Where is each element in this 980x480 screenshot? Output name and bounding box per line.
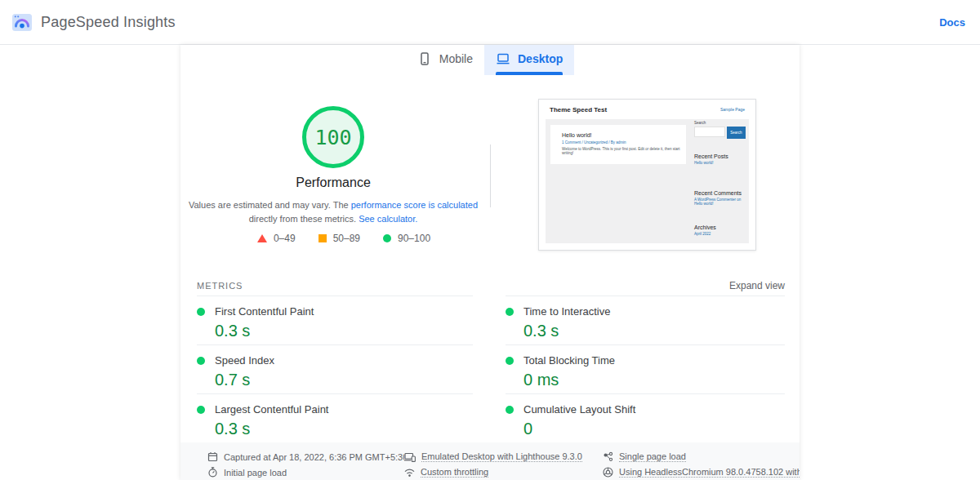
fail-triangle-icon <box>257 234 267 242</box>
metric-pass-icon <box>197 357 205 365</box>
metrics-heading: METRICS <box>197 281 243 291</box>
pagespeed-logo-icon <box>11 11 33 33</box>
metric-first-contentful-paint: First Contentful Paint 0.3 s <box>197 296 473 344</box>
wp-site-header: Theme Speed Test Sample Page <box>539 100 755 119</box>
see-calculator-link[interactable]: See calculator. <box>359 214 417 224</box>
tab-mobile-label: Mobile <box>439 52 473 65</box>
legend-pass: 90–100 <box>383 233 430 244</box>
wp-widget-archives: Archives April 2022 <box>694 224 716 236</box>
performance-score-value: 100 <box>314 126 351 149</box>
chromium-version-text: Using HeadlessChromium 98.0.4758.102 wit… <box>619 467 800 478</box>
home-link[interactable]: PageSpeed Insights <box>11 11 176 33</box>
performance-label: Performance <box>180 176 486 190</box>
score-calc-link[interactable]: performance score is calculated <box>351 200 478 210</box>
throttling-info[interactable]: Custom throttling <box>404 464 603 480</box>
emulated-device-info[interactable]: Emulated Desktop with Lighthouse 9.3.0 <box>404 449 603 464</box>
wp-widget-title: Recent Posts <box>694 153 728 159</box>
metric-value: 0.3 s <box>523 322 785 340</box>
metric-pass-icon <box>506 308 514 316</box>
calendar-icon <box>207 451 218 462</box>
tab-mobile[interactable]: Mobile <box>406 45 484 75</box>
emulated-device-icon <box>404 451 416 462</box>
throttling-icon <box>404 467 415 478</box>
desktop-icon <box>496 51 510 66</box>
footer-environment-column: Emulated Desktop with Lighthouse 9.3.0 C… <box>404 449 603 480</box>
capture-time-text: Captured at Apr 18, 2022, 6:36 PM GMT+5:… <box>224 452 404 462</box>
page-screenshot-thumbnail: Theme Speed Test Sample Page Hello world… <box>538 99 756 251</box>
wp-widget-recent-comments: Recent Comments A WordPress Commenter on… <box>694 190 746 206</box>
tab-desktop-label: Desktop <box>518 52 563 65</box>
capture-time: Captured at Apr 18, 2022, 6:36 PM GMT+5:… <box>207 449 404 464</box>
device-tabs: Mobile Desktop <box>180 45 800 75</box>
metric-time-to-interactive: Time to Interactive 0.3 s <box>506 296 785 344</box>
tab-desktop[interactable]: Desktop <box>484 45 574 75</box>
wp-post-card: Hello world! 1 Comment / Uncategorized /… <box>550 125 686 164</box>
wp-site-body: Hello world! 1 Comment / Uncategorized /… <box>546 119 749 243</box>
wp-widget-title: Archives <box>694 224 716 230</box>
performance-score-gauge: 100 <box>302 106 364 168</box>
legend-range: 0–49 <box>274 233 296 244</box>
footer-capture-column: Captured at Apr 18, 2022, 6:36 PM GMT+5:… <box>207 449 404 480</box>
wp-search-input <box>694 127 725 137</box>
chromium-icon <box>603 467 613 478</box>
average-square-icon <box>318 234 327 242</box>
wp-search-label: Search <box>694 121 746 125</box>
wp-widget-recent-posts: Recent Posts Hello world! <box>694 153 728 165</box>
pass-circle-icon <box>383 234 391 242</box>
metric-label: Largest Contentful Paint <box>215 403 328 416</box>
wp-widget-link: A WordPress Commenter on Hello world! <box>694 198 746 206</box>
metric-value: 0.3 s <box>215 322 473 340</box>
metric-largest-contentful-paint: Largest Contentful Paint 0.3 s <box>197 393 473 442</box>
metrics-grid: First Contentful Paint 0.3 s Speed Index… <box>197 296 785 442</box>
legend-average: 50–89 <box>318 233 360 244</box>
initial-page-load: Initial page load <box>207 464 404 480</box>
report-footer: Captured at Apr 18, 2022, 6:36 PM GMT+5:… <box>180 442 800 480</box>
report-card: Mobile Desktop 100 Performance Values ar… <box>180 45 800 480</box>
metrics-header: METRICS Expand view <box>197 276 785 296</box>
metric-pass-icon <box>197 308 205 316</box>
single-page-load-text: Single page load <box>619 451 686 462</box>
docs-link[interactable]: Docs <box>939 16 965 29</box>
score-legend: 0–49 50–89 90–100 <box>180 233 507 244</box>
metric-pass-icon <box>506 357 514 365</box>
disclaimer-text: Values are estimated and may vary. The <box>189 200 351 210</box>
expand-view-button[interactable]: Expand view <box>729 280 785 291</box>
legend-fail: 0–49 <box>257 233 296 244</box>
metric-value: 0 <box>523 420 785 438</box>
wp-sample-page-link: Sample Page <box>720 107 745 112</box>
wp-widget-link: Hello world! <box>694 161 728 165</box>
metric-total-blocking-time: Total Blocking Time 0 ms <box>506 344 785 393</box>
metric-value: 0.3 s <box>215 420 473 438</box>
stopwatch-icon <box>207 467 218 478</box>
legend-range: 50–89 <box>333 233 360 244</box>
wp-post-title: Hello world! <box>562 132 686 138</box>
initial-page-load-text: Initial page load <box>224 468 287 478</box>
chromium-version-info[interactable]: Using HeadlessChromium 98.0.4758.102 wit… <box>603 464 800 480</box>
throttling-text: Custom throttling <box>421 467 488 478</box>
wp-widget-title: Recent Comments <box>694 190 746 196</box>
wp-widget-link: April 2022 <box>694 232 716 236</box>
disclaimer-text2: directly from these metrics. <box>249 214 359 224</box>
metrics-left-column: First Contentful Paint 0.3 s Speed Index… <box>197 296 473 442</box>
wp-search-button: Search <box>727 127 746 139</box>
mobile-phone-icon <box>417 51 432 66</box>
metric-value: 0 ms <box>523 371 785 389</box>
metric-value: 0.7 s <box>215 371 473 389</box>
metric-pass-icon <box>506 406 514 414</box>
metric-label: Speed Index <box>215 354 274 367</box>
metric-pass-icon <box>197 406 205 414</box>
app-header: PageSpeed Insights Docs <box>0 0 980 45</box>
single-page-load-info[interactable]: Single page load <box>603 449 800 464</box>
footer-runtime-column: Single page load Using HeadlessChromium … <box>603 449 800 480</box>
wp-post-meta: 1 Comment / Uncategorized / By admin <box>562 140 686 144</box>
metric-label: Total Blocking Time <box>523 354 615 367</box>
wp-site-title: Theme Speed Test <box>550 106 607 113</box>
metric-label: Time to Interactive <box>523 305 610 318</box>
wp-sidebar: Search Search Recent Posts Hello world! … <box>694 121 746 139</box>
metric-label: Cumulative Layout Shift <box>523 403 635 416</box>
summary-divider <box>490 144 491 207</box>
emulated-device-text: Emulated Desktop with Lighthouse 9.3.0 <box>421 451 582 462</box>
metric-cumulative-layout-shift: Cumulative Layout Shift 0 <box>506 393 785 442</box>
wp-post-body: Welcome to WordPress. This is your first… <box>562 147 686 155</box>
metrics-right-column: Time to Interactive 0.3 s Total Blocking… <box>506 296 785 442</box>
